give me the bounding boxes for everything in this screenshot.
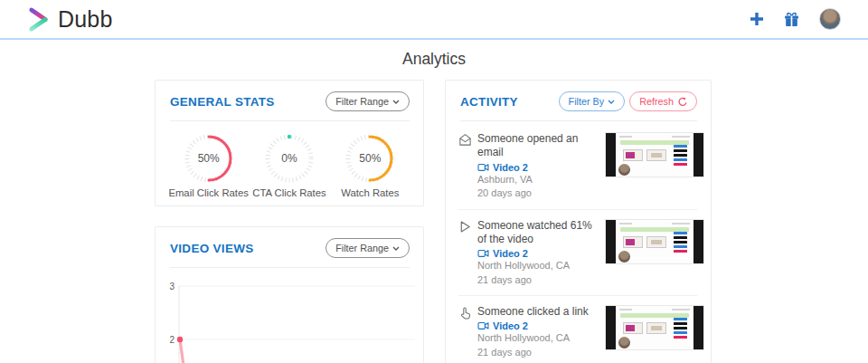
y-tick-3: 3 [169, 282, 175, 291]
activity-location: North Hollywood, CA [477, 331, 601, 345]
play-icon [458, 220, 472, 234]
video-camera-icon [477, 249, 489, 258]
filter-range-label: Filter Range [335, 243, 389, 253]
activity-time: 20 days ago [477, 186, 601, 200]
filter-range-label: Filter Range [335, 96, 389, 107]
brand-name: Dubb [58, 6, 113, 33]
page-title: Analytics [0, 50, 868, 69]
activity-card: ACTIVITY Filter By Refresh [445, 80, 712, 363]
video-link[interactable]: Video 2 [477, 248, 601, 259]
chevron-down-icon [392, 100, 400, 104]
add-icon[interactable] [750, 12, 764, 26]
video-link[interactable]: Video 2 [477, 320, 601, 331]
gauge-label: Watch Rates [330, 187, 410, 198]
series-line [180, 339, 188, 363]
video-link-label: Video 2 [493, 162, 528, 173]
video-thumbnail[interactable] [605, 219, 704, 264]
gauge-email-click-rates: 50% Email Click Rates [168, 133, 249, 198]
general-stats-title: GENERAL STATS [170, 95, 275, 109]
filter-by-button[interactable]: Filter By [559, 91, 626, 111]
activity-location: North Hollywood, CA [477, 259, 601, 272]
gauge-cta-click-rates: 0% CTA Click Rates [249, 133, 329, 198]
activity-time: 21 days ago [477, 273, 601, 287]
activity-row[interactable]: Someone watched 61% of the video Video 2… [458, 210, 697, 297]
gauge-value: 50% [184, 133, 234, 184]
video-link-label: Video 2 [493, 248, 528, 259]
video-views-chart: 3 2 [156, 268, 423, 363]
video-camera-icon [477, 321, 489, 330]
user-avatar[interactable] [819, 8, 841, 30]
activity-event: Someone opened an email [477, 132, 601, 160]
filter-range-button[interactable]: Filter Range [326, 91, 410, 111]
activity-event: Someone clicked a link [477, 305, 601, 319]
video-views-title: VIDEO VIEWS [170, 242, 254, 255]
app-header: Dubb [0, 0, 868, 40]
brand[interactable]: Dubb [27, 6, 113, 33]
gauge-label: CTA Click Rates [249, 187, 329, 198]
click-icon [458, 306, 472, 320]
gauge-label: Email Click Rates [168, 187, 249, 198]
video-link[interactable]: Video 2 [477, 162, 601, 173]
activity-row[interactable]: Someone opened an email Video 2 Ashburn,… [458, 123, 697, 210]
y-tick-2: 2 [169, 335, 175, 345]
video-thumbnail[interactable] [605, 305, 704, 350]
chevron-down-icon [608, 100, 615, 104]
activity-list: Someone opened an email Video 2 Ashburn,… [458, 123, 697, 363]
chevron-down-icon [392, 246, 400, 251]
gauge-value: 0% [264, 133, 315, 184]
video-thumbnail[interactable] [605, 132, 704, 177]
data-point [177, 337, 183, 342]
gift-icon[interactable] [783, 11, 800, 28]
activity-title: ACTIVITY [460, 95, 518, 109]
activity-time: 21 days ago [477, 346, 601, 359]
video-views-card: VIDEO VIEWS Filter Range 3 2 [155, 226, 424, 363]
filter-by-label: Filter By [569, 96, 605, 107]
gauge-watch-rates: 50% Watch Rates [330, 133, 410, 198]
activity-location: Ashburn, VA [477, 173, 601, 186]
filter-range-button[interactable]: Filter Range [326, 238, 410, 258]
activity-row[interactable]: Someone clicked a link Video 2 North Hol… [458, 296, 697, 363]
refresh-label: Refresh [639, 96, 674, 107]
activity-event: Someone watched 61% of the video [477, 219, 601, 247]
video-link-label: Video 2 [493, 320, 528, 331]
refresh-icon [677, 97, 687, 107]
dubb-logo-icon [27, 6, 50, 33]
video-camera-icon [477, 163, 489, 172]
gauge-value: 50% [344, 133, 395, 184]
email-open-icon [458, 133, 472, 147]
refresh-button[interactable]: Refresh [629, 91, 697, 111]
general-stats-card: GENERAL STATS Filter Range 50% Email Cli… [155, 80, 424, 206]
